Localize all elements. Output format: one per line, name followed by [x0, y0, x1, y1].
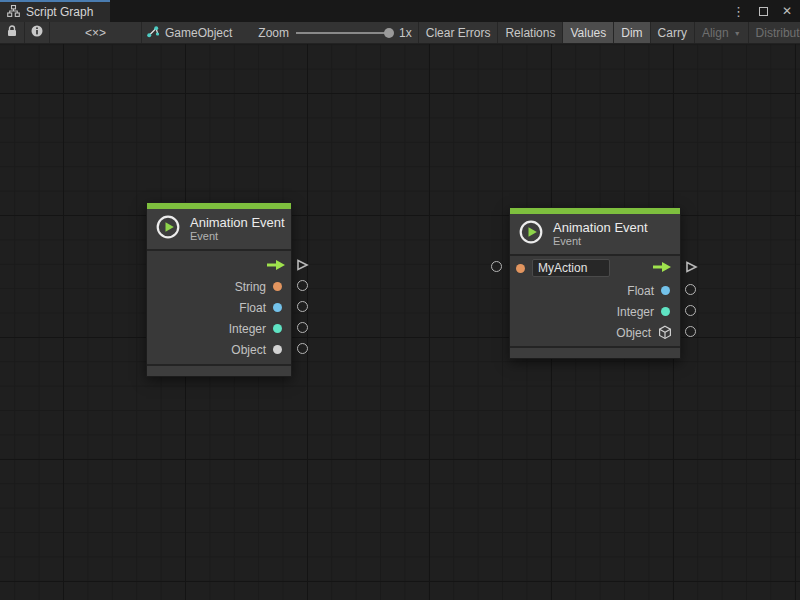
zoom-slider-handle[interactable]	[384, 28, 394, 38]
node-body: String Float Integer Object	[147, 249, 291, 366]
values-button[interactable]: Values	[563, 22, 613, 43]
string-output-port[interactable]	[297, 280, 308, 291]
zoom-value: 1x	[399, 26, 412, 40]
node-title: Animation Event	[190, 215, 285, 230]
node-footer	[147, 366, 291, 376]
zoom-slider[interactable]	[296, 32, 392, 34]
object-output-port[interactable]	[297, 343, 308, 354]
node-animation-event-1[interactable]: Animation Event Event String Float	[146, 202, 292, 377]
relations-button[interactable]: Relations	[498, 22, 562, 43]
output-row-integer: Integer	[147, 318, 291, 339]
node-footer	[510, 348, 680, 358]
flow-output-row	[147, 255, 291, 276]
node-body: Float Integer Object	[510, 254, 680, 348]
graph-toolbar: <×> GameObject Zoom 1x Clear Errors Rela…	[0, 22, 800, 44]
string-port-dot[interactable]	[273, 282, 282, 291]
event-name-input[interactable]	[532, 259, 610, 277]
event-play-icon	[155, 214, 181, 244]
clear-errors-button[interactable]: Clear Errors	[419, 22, 498, 43]
output-row-float: Float	[510, 280, 680, 301]
name-input-port[interactable]	[491, 261, 502, 272]
dim-button[interactable]: Dim	[614, 22, 649, 43]
float-output-port[interactable]	[685, 284, 696, 295]
node-subtitle: Event	[553, 235, 648, 248]
gameobject-graph-icon	[146, 25, 159, 41]
close-icon[interactable]: ✕	[782, 5, 792, 17]
flow-arrow-icon	[652, 259, 672, 277]
name-input-port-dot[interactable]	[516, 264, 525, 273]
carry-button[interactable]: Carry	[651, 22, 694, 43]
align-button[interactable]: Align ▼	[695, 22, 748, 43]
output-row-object: Object	[510, 322, 680, 343]
output-row-float: Float	[147, 297, 291, 318]
node-subtitle: Event	[190, 230, 285, 243]
zoom-label: Zoom	[258, 26, 289, 40]
chevron-down-icon: ▼	[734, 30, 741, 37]
object-port-dot[interactable]	[273, 345, 282, 354]
graph-target-label: GameObject	[165, 26, 232, 40]
flow-output-port[interactable]	[684, 260, 698, 274]
float-port-dot[interactable]	[273, 303, 282, 312]
distribute-button[interactable]: Distribute ▼	[749, 22, 800, 43]
window-controls: ⋮ ✕	[732, 0, 792, 22]
lock-button[interactable]	[0, 22, 24, 43]
output-row-string: String	[147, 276, 291, 297]
code-preview-button[interactable]: <×>	[50, 22, 141, 43]
event-play-icon	[518, 219, 544, 249]
object-output-port[interactable]	[685, 326, 696, 337]
menu-icon[interactable]: ⋮	[732, 5, 745, 18]
info-button[interactable]	[25, 22, 49, 43]
maximize-icon[interactable]	[759, 7, 768, 16]
graph-canvas[interactable]: Animation Event Event String Float	[0, 44, 800, 600]
flow-arrow-icon	[266, 257, 286, 275]
graph-target[interactable]: GameObject	[142, 22, 236, 43]
cube-icon[interactable]	[658, 325, 672, 340]
lock-icon	[7, 25, 17, 40]
integer-output-port[interactable]	[297, 322, 308, 333]
node-header[interactable]: Animation Event Event	[510, 214, 680, 254]
output-row-object: Object	[147, 339, 291, 360]
integer-port-dot[interactable]	[661, 307, 670, 316]
integer-port-dot[interactable]	[273, 324, 282, 333]
tab-script-graph[interactable]: Script Graph	[0, 0, 110, 22]
zoom-control: Zoom 1x	[258, 22, 411, 43]
output-row-integer: Integer	[510, 301, 680, 322]
event-name-row	[510, 256, 680, 280]
code-icon: <×>	[85, 26, 106, 40]
title-bar: Script Graph ⋮ ✕	[0, 0, 800, 22]
info-icon	[31, 25, 43, 40]
node-header[interactable]: Animation Event Event	[147, 209, 291, 249]
flow-output-port[interactable]	[295, 258, 309, 272]
node-animation-event-2[interactable]: Animation Event Event Float Int	[509, 207, 681, 359]
graph-icon	[7, 5, 20, 20]
float-output-port[interactable]	[297, 301, 308, 312]
node-title: Animation Event	[553, 220, 648, 235]
tab-title: Script Graph	[26, 5, 93, 19]
float-port-dot[interactable]	[661, 286, 670, 295]
integer-output-port[interactable]	[685, 305, 696, 316]
